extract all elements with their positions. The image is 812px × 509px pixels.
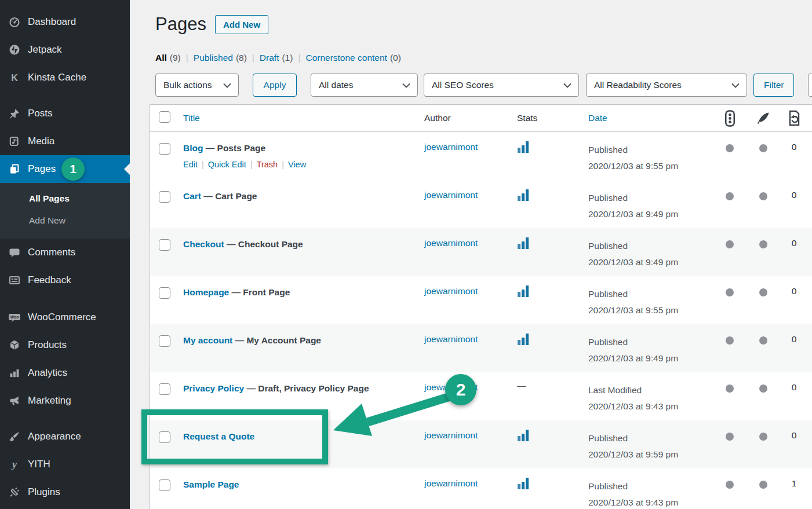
submenu-all-pages[interactable]: All Pages [0, 188, 130, 210]
sidebar-item-label: Analytics [28, 367, 67, 379]
author-link[interactable]: joewarnimont [424, 238, 478, 248]
sidebar-item-posts[interactable]: Posts [0, 100, 130, 127]
author-link[interactable]: joewarnimont [424, 190, 478, 200]
page-title-link[interactable]: Checkout [183, 239, 224, 249]
view-filter-links: All(9) | Published(8) | Draft(1) | Corne… [155, 53, 401, 63]
submenu-add-new[interactable]: Add New [0, 210, 130, 232]
view-draft[interactable]: Draft(1) [260, 53, 293, 63]
view-published[interactable]: Published(8) [194, 53, 247, 63]
stats-cell[interactable] [517, 324, 588, 349]
jetpack-icon [8, 44, 21, 56]
sidebar-item-woocommerce[interactable]: Woo WooCommerce [0, 303, 130, 331]
sidebar-item-label: Comments [28, 247, 75, 258]
row-action-view[interactable]: View [288, 160, 306, 169]
author-link[interactable]: joewarnimont [424, 334, 478, 344]
seo-score-dot [726, 240, 734, 248]
sidebar-item-pages[interactable]: Pages 1 [0, 155, 130, 183]
sidebar-item-marketing[interactable]: Marketing [0, 387, 130, 415]
row-action-trash[interactable]: Trash [257, 160, 278, 169]
sidebar-item-plugins[interactable]: Plugins [0, 478, 130, 506]
row-checkbox[interactable] [159, 191, 170, 203]
author-link[interactable]: joewarnimont [424, 478, 478, 488]
row-checkbox[interactable] [159, 143, 170, 155]
stats-bars-icon [517, 188, 530, 202]
bulk-actions-select[interactable]: Bulk actions [155, 74, 239, 97]
author-link[interactable]: joewarnimont [424, 142, 478, 152]
filter-button[interactable]: Filter [753, 74, 794, 97]
view-all[interactable]: All(9) [155, 53, 181, 63]
sort-by-title-link[interactable]: Title [183, 113, 200, 123]
product-box-icon [8, 339, 21, 351]
page-title-link[interactable]: Cart [183, 191, 201, 201]
sidebar-item-dashboard[interactable]: Dashboard [0, 8, 130, 36]
row-checkbox[interactable] [159, 335, 170, 347]
stats-cell[interactable] [517, 132, 588, 156]
date-cell: Published 2020/12/03 at 9:59 pm [588, 420, 712, 463]
row-checkbox[interactable] [159, 383, 170, 395]
sidebar-item-products[interactable]: Products [0, 331, 130, 359]
stats-cell[interactable] [517, 468, 588, 493]
select-all-checkbox[interactable] [159, 111, 170, 123]
readability-score-dot [759, 481, 767, 489]
publish-date: 2020/12/03 at 9:43 pm [588, 398, 712, 415]
comment-bubble-icon [8, 247, 21, 258]
sidebar-item-label: Kinsta Cache [28, 72, 86, 83]
page-title-link[interactable]: Sample Page [183, 479, 239, 489]
stats-cell[interactable] [517, 180, 588, 204]
stats-cell[interactable] [517, 228, 588, 252]
author-link[interactable]: joewarnimont [424, 430, 478, 440]
stats-cell[interactable] [517, 420, 588, 445]
sidebar-item-label: WooCommerce [28, 312, 96, 323]
sidebar-item-kinsta-cache[interactable]: K Kinsta Cache [0, 64, 130, 91]
seo-scores-filter-select[interactable]: All SEO Scores [424, 74, 579, 97]
table-header-row: Title Author Stats Date [150, 105, 812, 132]
page-title-cell: Blog — Posts Page Edit|Quick Edit|Trash|… [183, 132, 424, 171]
row-checkbox[interactable] [159, 239, 170, 251]
readability-score-dot [759, 144, 767, 152]
sidebar-item-feedback[interactable]: Feedback [0, 266, 130, 294]
sidebar-item-media[interactable]: Media [0, 127, 130, 155]
seo-score-dot [726, 336, 734, 345]
links-count: 0 [792, 430, 797, 441]
page-title-link[interactable]: Privacy Policy [183, 383, 244, 393]
seo-score-dot [726, 192, 734, 200]
stats-cell[interactable] [517, 276, 588, 301]
readability-scores-filter-select[interactable]: All Readability Scores [586, 74, 747, 97]
links-column-icon [780, 110, 809, 126]
table-toolbar: Bulk actions Apply All dates All SEO Sco… [155, 74, 794, 97]
add-new-button[interactable]: Add New [215, 15, 268, 34]
page-title-cell: My account — My Account Page [183, 324, 424, 347]
sidebar-item-appearance[interactable]: Appearance [0, 423, 130, 451]
sidebar-item-label: Pages [28, 163, 56, 175]
page-title-link[interactable]: My account [183, 335, 232, 345]
sidebar-item-analytics[interactable]: Analytics [0, 359, 130, 387]
page-title-cell: Cart — Cart Page [183, 180, 424, 203]
table-row: Checkout — Checkout Page joewarnimont Pu… [150, 228, 812, 276]
sidebar-item-yith[interactable]: y YITH [0, 451, 130, 478]
sort-by-date-link[interactable]: Date [588, 113, 607, 123]
row-checkbox[interactable] [159, 479, 170, 491]
stats-cell[interactable]: — [517, 372, 588, 391]
megaphone-icon [8, 395, 21, 407]
page-title-link[interactable]: Blog [183, 143, 203, 153]
page-title-link[interactable]: Homepage [183, 287, 229, 297]
publish-date: 2020/12/03 at 9:49 pm [588, 206, 712, 222]
row-checkbox[interactable] [159, 287, 170, 299]
publish-date: 2020/12/03 at 9:49 pm [588, 350, 712, 367]
sidebar-item-label: Jetpack [28, 44, 62, 56]
dashboard-icon [8, 16, 21, 28]
row-action-edit[interactable]: Edit [183, 160, 198, 169]
pages-submenu: All Pages Add New [0, 183, 130, 239]
row-actions: Edit|Quick Edit|Trash|View [183, 159, 424, 171]
step-1-badge: 1 [61, 158, 85, 181]
sidebar-item-comments[interactable]: Comments [0, 239, 130, 266]
sidebar-item-jetpack[interactable]: Jetpack [0, 36, 130, 64]
dates-filter-select[interactable]: All dates [311, 74, 418, 97]
row-action-quick-edit[interactable]: Quick Edit [208, 160, 246, 169]
author-link[interactable]: joewarnimont [424, 286, 478, 296]
view-cornerstone[interactable]: Cornerstone content(0) [305, 53, 400, 63]
sidebar-item-label: YITH [28, 459, 50, 470]
apply-button[interactable]: Apply [253, 74, 297, 97]
publish-status: Published [588, 478, 712, 495]
svg-text:K: K [11, 73, 18, 83]
